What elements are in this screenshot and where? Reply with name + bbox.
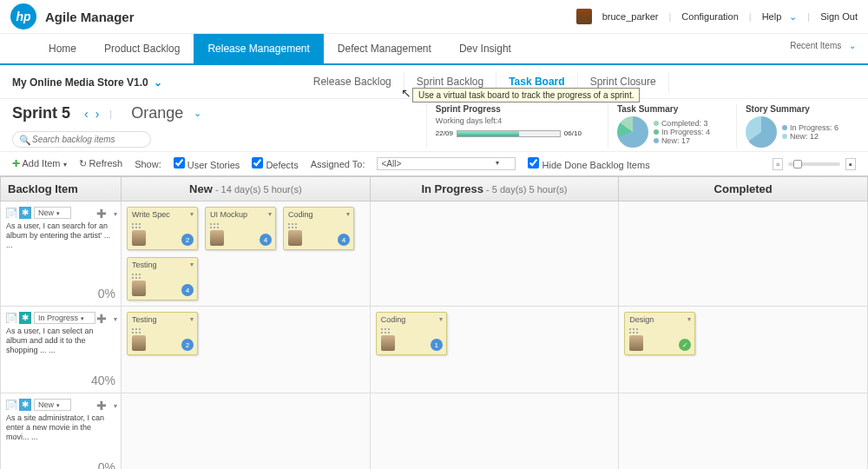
defects-checkbox[interactable]: Defects bbox=[252, 157, 298, 170]
sprint-progress-widget: Sprint Progress Working days left:4 22/0… bbox=[426, 104, 590, 148]
show-label: Show: bbox=[135, 159, 161, 169]
new-cell[interactable]: Testing ▾ 2 bbox=[122, 307, 371, 393]
backlog-item-cell: 📄 ✱ In Progress ▾ ✚ ▾ As a user, I can s… bbox=[0, 307, 122, 393]
assignee-avatar-icon bbox=[629, 335, 643, 351]
card-title: Coding bbox=[381, 315, 442, 324]
hide-done-checkbox[interactable]: Hide Done Backlog Items bbox=[528, 157, 649, 170]
task-card[interactable]: Testing ▾ 2 bbox=[127, 312, 198, 355]
assignee-avatar-icon bbox=[132, 335, 146, 351]
card-menu-icon[interactable]: ▾ bbox=[687, 315, 691, 323]
card-badge: ✓ bbox=[679, 339, 691, 351]
backlog-item-cell: 📄 ✱ New ▾ ✚ ▾ As a site administrator, I… bbox=[0, 393, 122, 469]
nav-dev-insight[interactable]: Dev Insight bbox=[445, 34, 525, 63]
completed-cell[interactable] bbox=[619, 393, 868, 469]
nav-release-management[interactable]: Release Management bbox=[194, 34, 323, 63]
backlog-item-icon: 📄 bbox=[6, 208, 16, 218]
recent-items-link[interactable]: Recent Items ⌄ bbox=[790, 41, 856, 50]
subnav-row: My Online Media Store V1.0⌄ Release Back… bbox=[0, 65, 868, 99]
card-drag-icon bbox=[629, 328, 638, 335]
main-nav: Home Product Backlog Release Management … bbox=[0, 34, 868, 65]
zoom-slider[interactable] bbox=[788, 162, 840, 166]
team-dropdown-icon[interactable]: ⌄ bbox=[194, 108, 201, 119]
task-card[interactable]: Design ▾ ✓ bbox=[624, 312, 695, 355]
assignee-avatar-icon bbox=[132, 230, 146, 246]
in-progress-cell[interactable]: Coding ▾ 1 bbox=[371, 307, 620, 393]
col-backlog-item: Backlog Item bbox=[0, 176, 122, 201]
nav-defect-management[interactable]: Defect Management bbox=[324, 34, 445, 63]
assignee-avatar-icon bbox=[210, 230, 224, 246]
assignee-avatar-icon bbox=[288, 230, 302, 246]
card-title: Testing bbox=[132, 261, 193, 269]
hp-logo-icon: hp bbox=[10, 3, 36, 30]
completed-cell[interactable] bbox=[619, 201, 868, 307]
task-card[interactable]: Testing ▾ 4 bbox=[127, 257, 198, 301]
sprint-row: Sprint 5 ‹ › | Orange ⌄ 🔍 Sprint Progres… bbox=[0, 99, 868, 151]
task-card[interactable]: UI Mockup ▾ 4 bbox=[205, 207, 276, 250]
status-select[interactable]: New ▾ bbox=[34, 399, 71, 411]
col-new: New - 14 day(s) 5 hour(s) bbox=[122, 176, 371, 201]
card-drag-icon bbox=[132, 274, 141, 281]
card-badge: 4 bbox=[338, 234, 350, 246]
status-select[interactable]: New ▾ bbox=[34, 207, 71, 219]
nav-home[interactable]: Home bbox=[35, 34, 90, 63]
board-toolbar: ✚ Add Item ▾ ↻ Refresh Show: User Storie… bbox=[0, 151, 868, 176]
card-drag-icon bbox=[132, 223, 141, 230]
search-input[interactable] bbox=[12, 131, 151, 148]
card-badge: 4 bbox=[260, 234, 272, 246]
user-avatar-icon[interactable] bbox=[576, 9, 592, 24]
card-menu-icon[interactable]: ▾ bbox=[190, 315, 194, 323]
sprint-next-icon[interactable]: › bbox=[95, 107, 100, 121]
completed-cell[interactable]: Design ▾ ✓ bbox=[619, 307, 868, 393]
configuration-link[interactable]: Configuration bbox=[681, 11, 738, 22]
add-task-icon[interactable]: ✚ bbox=[96, 312, 107, 326]
backlog-menu-icon[interactable]: ▾ bbox=[114, 210, 117, 218]
zoom-out-icon[interactable]: ▫ bbox=[773, 158, 783, 170]
card-menu-icon[interactable]: ▾ bbox=[346, 210, 350, 218]
new-cell[interactable]: Write Spec ▾ 2 UI Mockup ▾ 4 Coding ▾ 4 … bbox=[122, 201, 371, 307]
backlog-item-icon: 📄 bbox=[6, 313, 16, 323]
task-card[interactable]: Write Spec ▾ 2 bbox=[127, 207, 198, 250]
in-progress-cell[interactable] bbox=[371, 393, 620, 469]
user-stories-checkbox[interactable]: User Stories bbox=[174, 157, 240, 170]
card-title: Testing bbox=[132, 315, 193, 324]
add-item-button[interactable]: ✚ Add Item ▾ bbox=[12, 158, 67, 169]
backlog-menu-icon[interactable]: ▾ bbox=[114, 402, 117, 410]
card-menu-icon[interactable]: ▾ bbox=[268, 210, 272, 218]
card-title: UI Mockup bbox=[210, 210, 271, 219]
help-link[interactable]: Help ⌄ bbox=[762, 11, 798, 23]
card-menu-icon[interactable]: ▾ bbox=[190, 210, 194, 218]
card-title: Design bbox=[629, 315, 690, 324]
in-progress-cell[interactable] bbox=[371, 201, 620, 307]
backlog-description: As a user, I can select an album and add… bbox=[6, 327, 115, 354]
new-cell[interactable] bbox=[122, 393, 371, 469]
refresh-button[interactable]: ↻ Refresh bbox=[79, 158, 123, 169]
task-card[interactable]: Coding ▾ 1 bbox=[376, 312, 447, 355]
user-name-link[interactable]: bruce_parker bbox=[602, 11, 659, 22]
col-completed: Completed bbox=[619, 176, 868, 201]
card-menu-icon[interactable]: ▾ bbox=[190, 261, 194, 268]
sign-out-link[interactable]: Sign Out bbox=[820, 11, 858, 22]
backlog-progress-pct: 0% bbox=[98, 287, 115, 301]
sprint-label: Sprint 5 bbox=[12, 104, 70, 122]
project-selector[interactable]: My Online Media Store V1.0⌄ bbox=[12, 76, 162, 89]
backlog-description: As a site administrator, I can enter a n… bbox=[6, 413, 115, 441]
card-menu-icon[interactable]: ▾ bbox=[439, 315, 443, 323]
backlog-item-cell: 📄 ✱ New ▾ ✚ ▾ As a user, I can search fo… bbox=[0, 201, 122, 307]
assigned-to-select[interactable]: <All> ▾ bbox=[377, 157, 516, 170]
nav-product-backlog[interactable]: Product Backlog bbox=[90, 34, 194, 63]
team-label: Orange bbox=[131, 104, 183, 122]
backlog-item-icon: 📄 bbox=[6, 400, 16, 410]
add-task-icon[interactable]: ✚ bbox=[96, 399, 107, 413]
zoom-in-icon[interactable]: ▪ bbox=[845, 158, 856, 170]
status-select[interactable]: In Progress ▾ bbox=[34, 312, 95, 324]
col-in-progress: In Progress - 5 day(s) 5 hour(s) bbox=[371, 176, 620, 201]
sprint-prev-icon[interactable]: ‹ bbox=[84, 107, 89, 121]
subtab-release-backlog[interactable]: Release Backlog bbox=[301, 72, 404, 93]
app-title: Agile Manager bbox=[45, 10, 135, 24]
cursor-icon: ↖ bbox=[401, 86, 411, 100]
add-task-icon[interactable]: ✚ bbox=[96, 207, 107, 221]
task-card[interactable]: Coding ▾ 4 bbox=[283, 207, 354, 250]
backlog-menu-icon[interactable]: ▾ bbox=[114, 315, 117, 323]
card-title: Coding bbox=[288, 210, 349, 219]
task-summary-pie-icon bbox=[617, 116, 648, 148]
